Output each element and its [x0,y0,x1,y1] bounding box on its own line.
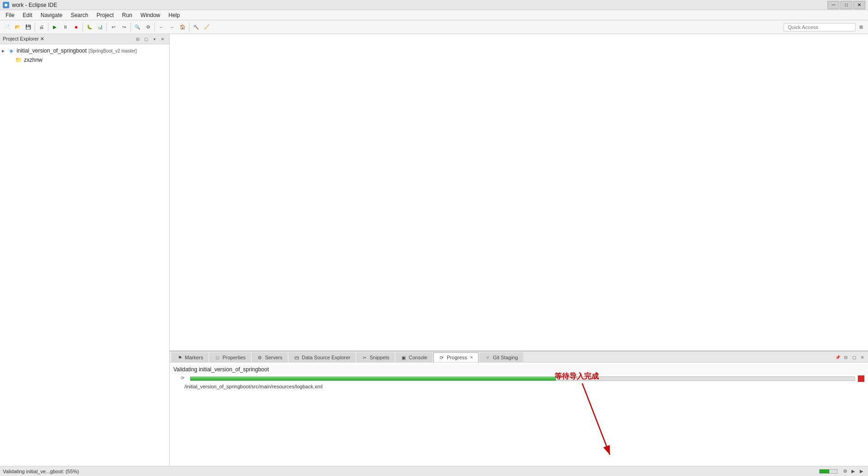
annotation-arrow [555,383,628,466]
menu-bar: File Edit Navigate Search Project Run Wi… [0,10,868,20]
sidebar-controls: ⊟ ▢ ▾ ✕ [134,36,166,43]
menu-run[interactable]: Run [118,11,136,19]
panel-pin-btn[interactable]: 📌 [834,354,841,361]
bottom-panel: ⚑ Markers □ Properties ⚙ Servers 🗃 Data … [170,351,868,466]
tab-servers[interactable]: ⚙ Servers [252,352,288,362]
toolbar-debug-button[interactable]: 🐛 [84,22,94,32]
window-controls: ─ □ ✕ [827,1,865,9]
progress-icon: ⟳ [438,354,445,361]
toolbar-navigate-fwd[interactable]: → [167,22,177,32]
progress-content: Validating initial_version_of_springboot… [170,363,868,466]
toolbar-undo-button[interactable]: ↩ [108,22,118,32]
toolbar-sep-7 [189,23,189,31]
toolbar-pause-button[interactable]: ⏸ [60,22,71,32]
datasource-icon: 🗃 [294,354,300,361]
snippets-icon: ✂ [361,354,368,361]
menu-navigate[interactable]: Navigate [37,11,66,19]
sidebar-minimize-btn[interactable]: ⊟ [134,36,142,43]
git-icon: ⑂ [484,354,491,361]
tab-markers[interactable]: ⚑ Markers [171,352,208,362]
tree-arrow-springboot: ▶ [2,49,7,53]
tab-git-staging[interactable]: ⑂ Git Staging [479,352,523,362]
toolbar-stop-button[interactable]: ■ [71,22,81,32]
toolbar-home-button[interactable]: 🏠 [177,22,188,32]
sidebar-menu-btn[interactable]: ▾ [151,36,158,43]
toolbar-profile-button[interactable]: 📊 [95,22,105,32]
toolbar-navigate-back[interactable]: ← [156,22,166,32]
toolbar-perspective-button[interactable]: ⊞ [856,22,866,32]
menu-search[interactable]: Search [67,11,92,19]
panel-maximize-btn[interactable]: ▢ [850,354,858,361]
tab-servers-label: Servers [265,355,283,360]
menu-file[interactable]: File [2,11,18,19]
status-nav-icon-1[interactable]: ▶ [850,468,857,475]
markers-icon: ⚑ [177,354,183,361]
tree-item-zxzhnw[interactable]: 📁 zxzhnw [0,55,169,65]
status-icons: ⚙ ▶ ▶ [841,468,865,475]
toolbar-settings-button[interactable]: ⚙ [143,22,153,32]
menu-window[interactable]: Window [137,11,164,19]
status-bar: Validating initial_ve...gboot: (55%) ⚙ ▶… [0,466,868,476]
tree-badge-springboot: [SpringBoot_v2 master] [89,48,137,54]
toolbar-search-button[interactable]: 🔍 [132,22,142,32]
tab-properties[interactable]: □ Properties [209,352,251,362]
tab-console[interactable]: ▣ Console [396,352,432,362]
toolbar-build-button[interactable]: 🔨 [191,22,201,32]
progress-task-icon: ⟳ [181,375,187,382]
sidebar-title: Project Explorer ✕ [3,36,134,42]
toolbar-sep-1 [35,23,35,31]
bottom-tabs: ⚑ Markers □ Properties ⚙ Servers 🗃 Data … [170,351,868,363]
status-mini-fill [820,470,829,473]
editor-main [170,34,868,351]
close-button[interactable]: ✕ [853,1,865,9]
progress-task-name: Validating initial_version_of_springboot [170,364,868,375]
tree-label-zxzhnw: zxzhnw [24,57,42,63]
title-bar: work - Eclipse IDE ─ □ ✕ [0,0,868,10]
tab-data-source-label: Data Source Explorer [302,355,350,360]
status-settings-icon[interactable]: ⚙ [841,468,849,475]
toolbar-open-button[interactable]: 📂 [12,22,23,32]
menu-help[interactable]: Help [165,11,184,19]
toolbar-redo-button[interactable]: ↪ [119,22,129,32]
menu-project[interactable]: Project [93,11,117,19]
folder-icon: 📁 [15,56,22,64]
toolbar: 📄 📂 💾 🖨 ▶ ⏸ ■ 🐛 📊 ↩ ↪ 🔍 ⚙ ← → 🏠 🔨 🧹 ⊞ [0,20,868,34]
tab-git-staging-label: Git Staging [493,355,518,360]
editor-area: ⚑ Markers □ Properties ⚙ Servers 🗃 Data … [170,34,868,466]
toolbar-sep-2 [48,23,48,31]
status-mini-bar [819,469,838,474]
toolbar-new-button[interactable]: 📄 [2,22,12,32]
menu-edit[interactable]: Edit [19,11,36,19]
progress-stop-button[interactable] [858,375,864,382]
tab-snippets[interactable]: ✂ Snippets [356,352,395,362]
sidebar-close-btn[interactable]: ✕ [159,36,166,43]
quick-access-input[interactable] [784,23,856,31]
toolbar-save-button[interactable]: 💾 [23,22,33,32]
tree-label-springboot: initial_version_of_springboot [17,48,87,54]
panel-close-btn[interactable]: ✕ [859,354,866,361]
progress-bar-fill [190,377,556,381]
main-area: Project Explorer ✕ ⊟ ▢ ▾ ✕ ▶ ◈ initial_v… [0,34,868,466]
minimize-button[interactable]: ─ [827,1,839,9]
toolbar-sep-6 [154,23,155,31]
tree-item-springboot[interactable]: ▶ ◈ initial_version_of_springboot [Sprin… [0,46,169,55]
maximize-button[interactable]: □ [840,1,852,9]
status-nav-icon-2[interactable]: ▶ [858,468,865,475]
tab-data-source[interactable]: 🗃 Data Source Explorer [289,352,355,362]
toolbar-run-button[interactable]: ▶ [50,22,60,32]
app-icon [3,2,9,8]
toolbar-sep-3 [83,23,83,31]
project-icon: ◈ [7,47,15,54]
tab-progress[interactable]: ⟳ Progress ✕ [433,352,478,362]
toolbar-sep-5 [130,23,131,31]
tab-console-label: Console [409,355,427,360]
status-text: Validating initial_ve...gboot: (55%) [3,469,819,474]
toolbar-print-button[interactable]: 🖨 [36,22,47,32]
toolbar-clean-button[interactable]: 🧹 [201,22,212,32]
panel-minimize-btn[interactable]: ⊟ [842,354,850,361]
progress-tab-close[interactable]: ✕ [470,355,473,360]
sidebar-maximize-btn[interactable]: ▢ [142,36,150,43]
progress-bar-row: ⟳ [170,375,868,383]
tab-markers-label: Markers [185,355,203,360]
sidebar-content: ▶ ◈ initial_version_of_springboot [Sprin… [0,44,169,466]
